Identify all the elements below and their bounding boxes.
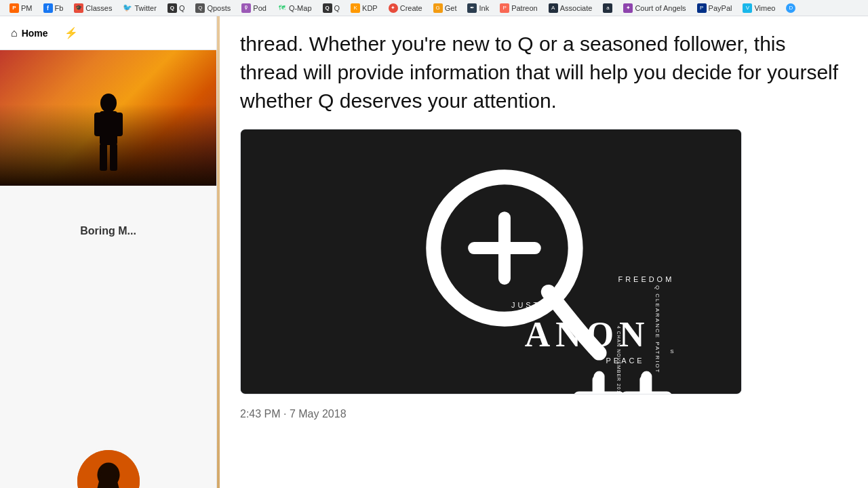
- get-icon: G: [433, 3, 443, 13]
- bookmark-get-label: Get: [445, 4, 457, 12]
- associate-icon: A: [549, 3, 558, 13]
- q1-icon: Q: [167, 3, 177, 13]
- svg-rect-4: [100, 144, 107, 171]
- bookmark-amazon[interactable]: a: [599, 2, 616, 14]
- home-icon: ⌂: [11, 27, 18, 39]
- court-icon: ✦: [623, 3, 633, 13]
- bookmark-paypal-label: PayPal: [709, 4, 732, 12]
- bookmark-pm-label: PM: [21, 4, 33, 12]
- qmap-icon: 🗺: [277, 3, 287, 13]
- kdp-icon: K: [351, 3, 360, 13]
- nav-home[interactable]: ⌂ Home: [8, 22, 51, 45]
- bookmark-create-label: Create: [400, 4, 422, 12]
- bookmark-associate[interactable]: A Associate: [545, 2, 597, 14]
- qanon-image: ANON JUSTICE FREEDOM PEACE Q CLEARANCE P…: [241, 129, 741, 394]
- patreon-icon: P: [500, 3, 509, 13]
- nav-bar: ⌂ Home ⚡: [0, 16, 216, 50]
- fb-icon: f: [43, 3, 53, 13]
- bookmark-classes[interactable]: 🎓 Classes: [70, 2, 116, 14]
- paypal-icon: P: [697, 3, 707, 13]
- svg-point-7: [97, 462, 119, 487]
- lightning-icon: ⚡: [64, 26, 78, 39]
- bookmark-pod-label: Pod: [253, 4, 267, 12]
- bookmark-paypal[interactable]: P PayPal: [693, 2, 736, 14]
- bookmark-ink-label: Ink: [479, 4, 489, 12]
- bookmark-kdp[interactable]: K KDP: [347, 2, 382, 14]
- bookmark-qposts-label: Qposts: [207, 4, 231, 12]
- bookmark-fb-label: Fb: [55, 4, 64, 12]
- profile-area: Boring M...: [0, 50, 216, 488]
- nav-home-label: Home: [22, 28, 48, 39]
- avatar-image: [77, 450, 140, 488]
- bookmarks-bar: P PM f Fb 🎓 Classes 🐦 Twitter Q Q Q Qpos…: [0, 0, 868, 16]
- bookmark-vimeo-label: Vimeo: [754, 4, 775, 12]
- svg-text:Q CLEARANCE PATRIOT: Q CLEARANCE PATRIOT: [654, 285, 660, 374]
- silhouette-image: [85, 91, 132, 172]
- svg-text:S: S: [670, 348, 673, 354]
- bookmark-twitter-label: Twitter: [134, 4, 156, 12]
- bookmark-classes-label: Classes: [85, 4, 112, 12]
- bookmark-qmap-label: Q-Map: [289, 4, 312, 12]
- bookmark-court[interactable]: ✦ Court of Angels: [619, 2, 690, 14]
- profile-name-area: Boring M...: [0, 220, 216, 243]
- svg-text:ANON: ANON: [525, 315, 650, 354]
- vimeo-icon: V: [743, 3, 752, 13]
- svg-point-0: [100, 94, 117, 113]
- main-layout: ⌂ Home ⚡: [0, 16, 868, 488]
- amazon-icon: a: [603, 3, 612, 13]
- bookmark-q1-label: Q: [179, 4, 185, 12]
- right-content[interactable]: thread. Whether you're new to Q or a sea…: [220, 16, 868, 488]
- profile-avatar: [75, 447, 142, 488]
- bookmark-get[interactable]: G Get: [429, 2, 461, 14]
- bookmark-q2[interactable]: Q Q: [319, 2, 344, 14]
- qposts-icon: Q: [195, 3, 205, 13]
- twitter-icon: 🐦: [123, 3, 132, 13]
- pm-icon: P: [9, 3, 19, 13]
- qanon-svg: ANON JUSTICE FREEDOM PEACE Q CLEARANCE P…: [241, 129, 741, 394]
- bookmark-patreon-label: Patreon: [511, 4, 538, 12]
- qanon-image-container: ANON JUSTICE FREEDOM PEACE Q CLEARANCE P…: [240, 129, 742, 394]
- nav-lightning[interactable]: ⚡: [62, 21, 81, 45]
- bookmark-pod[interactable]: 🎙 Pod: [237, 2, 271, 14]
- svg-rect-3: [115, 113, 123, 136]
- bookmark-create[interactable]: ✦ Create: [384, 2, 427, 14]
- disqus-icon: D: [786, 3, 795, 13]
- profile-banner: [0, 50, 216, 186]
- bookmark-kdp-label: KDP: [362, 4, 378, 12]
- svg-rect-9: [241, 130, 741, 394]
- q2-icon: Q: [323, 3, 332, 13]
- svg-text:PEACE: PEACE: [606, 357, 645, 365]
- bookmark-twitter[interactable]: 🐦 Twitter: [119, 2, 160, 14]
- bookmark-fb[interactable]: f Fb: [39, 2, 68, 14]
- svg-text:FREEDOM: FREEDOM: [618, 275, 674, 283]
- bookmark-qmap[interactable]: 🗺 Q-Map: [273, 2, 316, 14]
- tweet-timestamp: 2:43 PM · 7 May 2018: [240, 408, 848, 420]
- svg-text:JUSTICE: JUSTICE: [511, 301, 561, 309]
- bookmark-associate-label: Associate: [560, 4, 593, 12]
- ink-icon: ✒: [467, 3, 477, 13]
- bookmark-pm[interactable]: P PM: [5, 2, 37, 14]
- bookmark-vimeo[interactable]: V Vimeo: [738, 2, 779, 14]
- bookmark-q2-label: Q: [334, 4, 340, 12]
- bookmark-patreon[interactable]: P Patreon: [496, 2, 542, 14]
- bookmark-disqus[interactable]: D: [782, 2, 800, 14]
- svg-rect-5: [110, 144, 117, 171]
- bookmark-court-label: Court of Angels: [635, 4, 686, 12]
- svg-rect-2: [94, 113, 102, 136]
- left-panel: ⌂ Home ⚡: [0, 16, 217, 488]
- bookmark-q1[interactable]: Q Q: [163, 2, 189, 14]
- profile-display-name: Boring M...: [5, 225, 211, 237]
- svg-text:4 CHAN NOVEMBER 2017: 4 CHAN NOVEMBER 2017: [616, 326, 620, 394]
- bookmark-ink[interactable]: ✒ Ink: [463, 2, 493, 14]
- tweet-text: thread. Whether you're new to Q or a sea…: [240, 30, 848, 115]
- bookmark-qposts[interactable]: Q Qposts: [191, 2, 235, 14]
- classes-icon: 🎓: [74, 3, 83, 13]
- create-icon: ✦: [389, 3, 398, 13]
- pod-icon: 🎙: [241, 3, 251, 13]
